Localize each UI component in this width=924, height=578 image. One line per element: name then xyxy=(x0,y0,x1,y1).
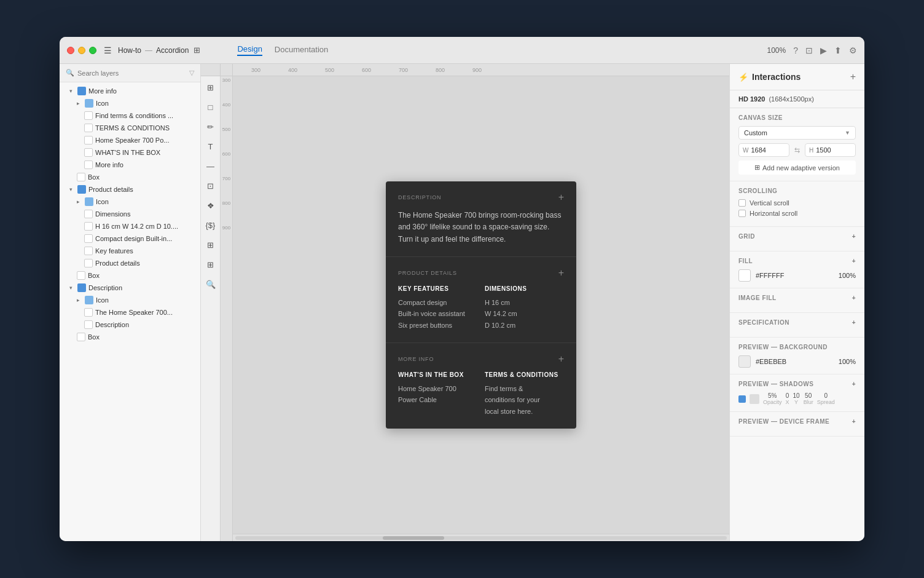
specification-title: SPECIFICATION xyxy=(738,319,789,326)
scrollbar-track xyxy=(235,536,727,540)
layer-compact-design[interactable]: Compact design Built-in... xyxy=(60,232,200,245)
layer-label: More info xyxy=(88,87,117,95)
canvas-size-select[interactable]: Custom ▼ xyxy=(738,126,856,140)
layer-box-2[interactable]: Box xyxy=(60,269,200,282)
fill-color-swatch[interactable] xyxy=(738,269,751,282)
design-card: DESCRIPTION + The Home Speaker 700 bring… xyxy=(386,181,576,429)
preview-shadows-plus[interactable]: + xyxy=(852,381,856,387)
device-icon[interactable]: ⊡ xyxy=(805,46,813,55)
section-plus-more-info[interactable]: + xyxy=(558,354,564,364)
preview-bg-opacity[interactable]: 100% xyxy=(839,358,856,365)
add-adaptive-button[interactable]: ⊞ Add new adaptive version xyxy=(738,160,856,175)
interactions-title: Interactions xyxy=(752,72,801,82)
width-field[interactable]: W 1684 xyxy=(738,143,789,157)
layer-home-speaker-po[interactable]: Home Speaker 700 Po... xyxy=(60,134,200,146)
title-bar: ☰ How-to — Accordion ⊞ Design Documentat… xyxy=(60,37,864,64)
tab-documentation[interactable]: Documentation xyxy=(275,45,328,55)
text-icon[interactable]: T xyxy=(205,140,217,152)
card-section-description: DESCRIPTION + The Home Speaker 700 bring… xyxy=(386,181,576,257)
symbol-icon[interactable]: {$} xyxy=(205,219,217,231)
layer-h16cm[interactable]: H 16 cm W 14.2 cm D 10.... xyxy=(60,220,200,232)
ruler-v-mark: 900 xyxy=(221,224,232,248)
h-label: H xyxy=(809,147,813,154)
folder-icon xyxy=(77,185,86,194)
add-artboard-icon[interactable]: ⊞ xyxy=(205,81,217,93)
layer-label: WHAT'S IN THE BOX xyxy=(95,149,160,156)
layer-group-product-details[interactable]: ▾ Product details xyxy=(60,183,200,196)
layer-icon-more-info[interactable]: ▸ Icon xyxy=(60,97,200,109)
scrolling-title: SCROLLING xyxy=(738,188,777,194)
filter-icon[interactable]: ▽ xyxy=(189,69,194,77)
help-icon[interactable]: ? xyxy=(793,46,798,55)
close-button[interactable] xyxy=(67,47,74,54)
col-item-cable: Power Cable xyxy=(398,394,477,406)
ruler-v-mark: 400 xyxy=(221,101,232,125)
breadcrumb-accordion[interactable]: Accordion xyxy=(156,46,189,55)
ruler-v-mark: 500 xyxy=(221,125,232,150)
layers-icon[interactable]: ⊞ xyxy=(205,258,217,271)
fill-opacity[interactable]: 100% xyxy=(839,272,856,279)
scrollbar-horizontal[interactable] xyxy=(233,534,729,541)
layer-home-speaker-700[interactable]: The Home Speaker 700... xyxy=(60,306,200,319)
layer-group-description[interactable]: ▾ Description xyxy=(60,282,200,294)
layer-description-item[interactable]: Description xyxy=(60,319,200,331)
device-frame-plus[interactable]: + xyxy=(852,418,856,425)
layer-label: Icon xyxy=(96,296,109,304)
layer-product-details-item[interactable]: Product details xyxy=(60,257,200,269)
preview-bg-swatch[interactable] xyxy=(738,355,751,368)
specification-plus[interactable]: + xyxy=(852,319,856,326)
horizontal-scroll-label: Horizontal scroll xyxy=(750,210,797,217)
image-icon[interactable]: ⊡ xyxy=(205,180,217,192)
zoom-level[interactable]: 100% xyxy=(767,46,786,55)
col-item-w: W 14.2 cm xyxy=(485,308,564,320)
shadow-checkbox[interactable] xyxy=(738,395,746,403)
rectangle-icon[interactable]: □ xyxy=(205,101,217,113)
ruler-mark: 600 xyxy=(362,67,399,73)
layer-more-info-item[interactable]: More info xyxy=(60,159,200,171)
image-fill-title: IMAGE FILL xyxy=(738,295,777,301)
page-icon xyxy=(84,234,93,243)
grid-section: GRID + xyxy=(730,227,864,251)
minimize-button[interactable] xyxy=(78,47,85,54)
search-bar[interactable]: 🔍 ▽ xyxy=(60,64,200,82)
layer-whats-in-box[interactable]: WHAT'S IN THE BOX xyxy=(60,146,200,159)
layer-box-1[interactable]: Box xyxy=(60,171,200,183)
layer-icon-product[interactable]: ▸ Icon xyxy=(60,196,200,208)
interactions-plus[interactable]: + xyxy=(850,71,856,82)
layer-group-more-info[interactable]: ▾ More info xyxy=(60,85,200,97)
layer-key-features[interactable]: Key features xyxy=(60,245,200,257)
pen-icon[interactable]: ✏ xyxy=(205,121,217,133)
ruler-vertical: 300 400 500 600 700 800 900 xyxy=(221,76,233,541)
grid-plus[interactable]: + xyxy=(852,233,856,240)
tab-design[interactable]: Design xyxy=(237,44,262,56)
preview-bg-hex[interactable]: #EBEBEB xyxy=(756,358,834,365)
share-icon[interactable]: ⬆ xyxy=(834,46,842,55)
layer-icon-desc[interactable]: ▸ Icon xyxy=(60,294,200,306)
search-layers-icon[interactable]: 🔍 xyxy=(205,278,217,290)
height-field[interactable]: H 1500 xyxy=(805,143,856,157)
section-plus-description[interactable]: + xyxy=(558,192,564,202)
hd-label: HD 1920 xyxy=(738,95,765,103)
line-icon[interactable]: — xyxy=(205,160,217,172)
style-icon[interactable]: ⊞ xyxy=(205,239,217,251)
search-input[interactable] xyxy=(77,69,189,77)
vertical-scroll-checkbox[interactable] xyxy=(738,199,746,207)
scrollbar-thumb[interactable] xyxy=(383,536,444,540)
layer-terms-conditions[interactable]: TERMS & CONDITIONS xyxy=(60,122,200,134)
fill-plus[interactable]: + xyxy=(852,258,856,264)
sidebar-toggle[interactable]: ⊞ xyxy=(194,46,200,55)
image-fill-plus[interactable]: + xyxy=(852,295,856,301)
settings-icon[interactable]: ⚙ xyxy=(849,46,857,55)
section-plus-product-details[interactable]: + xyxy=(558,268,564,278)
layer-find-terms[interactable]: Find terms & conditions ... xyxy=(60,109,200,122)
layer-box-3[interactable]: Box xyxy=(60,331,200,343)
component-icon[interactable]: ❖ xyxy=(205,199,217,212)
layer-dimensions[interactable]: Dimensions xyxy=(60,208,200,220)
col-item-d: D 10.2 cm xyxy=(485,320,564,331)
horizontal-scroll-checkbox[interactable] xyxy=(738,210,746,217)
play-icon[interactable]: ▶ xyxy=(820,46,827,55)
maximize-button[interactable] xyxy=(89,47,96,54)
ruler-v-mark: 700 xyxy=(221,175,232,199)
fill-hex[interactable]: #FFFFFF xyxy=(756,272,834,279)
hamburger-menu[interactable]: ☰ xyxy=(104,46,112,55)
